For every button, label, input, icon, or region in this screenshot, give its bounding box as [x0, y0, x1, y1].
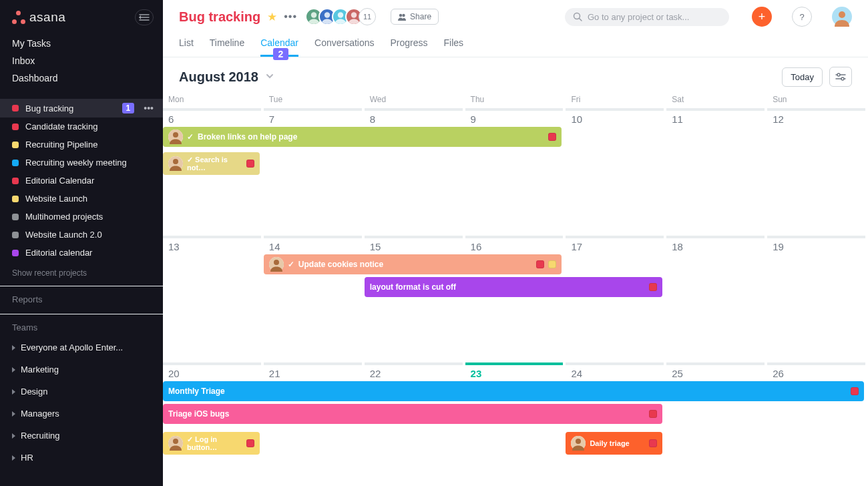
project-color-icon: [12, 250, 19, 256]
project-badge: 1: [122, 103, 135, 113]
today-button[interactable]: Today: [782, 67, 823, 87]
tab-timeline[interactable]: Timeline: [210, 35, 244, 57]
calendar: MonTueWedThuFriSatSun 6789101112✓Broken …: [163, 92, 868, 486]
day-number[interactable]: 9: [465, 111, 566, 127]
week-events: ✓Update cookies noticelayout format is c…: [163, 254, 868, 359]
calendar-event[interactable]: Triage iOS bugs: [163, 404, 662, 424]
day-number[interactable]: 23: [465, 365, 566, 381]
check-icon: ✓: [288, 260, 294, 269]
people-icon: [398, 13, 406, 21]
member-overflow-count[interactable]: 11: [359, 8, 376, 25]
day-number[interactable]: 14: [264, 238, 365, 254]
day-number[interactable]: 21: [264, 365, 365, 381]
day-number[interactable]: 8: [365, 111, 465, 127]
day-number[interactable]: 17: [566, 238, 666, 254]
team-label: Everyone at Apollo Enter...: [21, 342, 123, 352]
member-avatars[interactable]: 11: [309, 8, 376, 25]
calendar-event[interactable]: ✓ Search is not…: [163, 152, 260, 175]
day-number[interactable]: 22: [365, 365, 465, 381]
help-button[interactable]: ?: [792, 7, 812, 27]
day-number[interactable]: 13: [163, 238, 264, 254]
svg-point-14: [173, 132, 178, 138]
day-number[interactable]: 12: [767, 111, 868, 127]
event-label: ✓ Search is not…: [187, 156, 242, 172]
my-tasks-link[interactable]: My Tasks: [0, 35, 163, 52]
assignee-avatar: [168, 130, 183, 144]
day-number[interactable]: 15: [365, 238, 465, 254]
month-picker-button[interactable]: [265, 71, 274, 83]
sidebar-project-item[interactable]: Recruiting Pipeline: [0, 136, 163, 154]
day-number[interactable]: 24: [566, 365, 666, 381]
day-number[interactable]: 10: [566, 111, 666, 127]
day-number[interactable]: 16: [465, 238, 566, 254]
svg-point-3: [351, 12, 357, 17]
team-item[interactable]: Design: [0, 381, 163, 403]
day-number[interactable]: 25: [666, 365, 767, 381]
share-button[interactable]: Share: [391, 9, 439, 25]
inbox-link[interactable]: Inbox: [0, 52, 163, 69]
calendar-event[interactable]: ✓Update cookies notice: [264, 254, 562, 274]
reports-link[interactable]: Reports: [0, 286, 163, 308]
tab-progress[interactable]: Progress: [391, 35, 428, 57]
show-recent-projects[interactable]: Show recent projects: [0, 264, 163, 282]
sidebar: asana My Tasks Inbox Dashboard Bug track…: [0, 0, 163, 486]
day-number[interactable]: 19: [767, 238, 868, 254]
team-item[interactable]: HR: [0, 447, 163, 469]
tab-list[interactable]: List: [179, 35, 194, 57]
assignee-avatar: [168, 436, 183, 451]
calendar-week: 6789101112✓Broken links on help page✓ Se…: [163, 108, 868, 232]
calendar-event[interactable]: ✓Broken links on help page: [163, 127, 562, 147]
team-item[interactable]: Everyone at Apollo Enter...: [0, 336, 163, 358]
calendar-filter-button[interactable]: [829, 67, 852, 87]
star-icon[interactable]: ★: [267, 10, 277, 24]
sidebar-project-item[interactable]: Bug tracking1•••: [0, 99, 163, 117]
project-color-icon: [12, 124, 19, 130]
dashboard-link[interactable]: Dashboard: [0, 69, 163, 87]
dow-cell: Fri: [566, 92, 666, 108]
day-number[interactable]: 11: [666, 111, 767, 127]
caret-right-icon: [12, 411, 15, 417]
day-number[interactable]: 20: [163, 365, 264, 381]
more-actions-button[interactable]: •••: [284, 11, 297, 23]
brand[interactable]: asana: [12, 10, 65, 25]
day-number[interactable]: 6: [163, 111, 264, 127]
collapse-sidebar-button[interactable]: [135, 9, 154, 25]
svg-point-4: [399, 14, 402, 17]
calendar-subheader: August 2018 Today: [163, 57, 868, 92]
team-item[interactable]: Marketing: [0, 358, 163, 381]
svg-point-22: [576, 439, 581, 444]
svg-line-7: [580, 19, 582, 21]
sidebar-project-item[interactable]: Candidate tracking: [0, 117, 163, 136]
calendar-week: 13141516171819✓Update cookies noticelayo…: [163, 236, 868, 359]
calendar-event[interactable]: Monthly Triage: [163, 381, 864, 401]
tab-badge: 2: [273, 48, 289, 60]
project-title: Bug tracking: [179, 9, 260, 25]
global-add-button[interactable]: +: [752, 7, 772, 27]
sidebar-project-item[interactable]: Editorial calendar: [0, 244, 163, 262]
sidebar-project-item[interactable]: Editorial Calendar: [0, 172, 163, 190]
calendar-event[interactable]: layout format is cut off: [365, 277, 662, 297]
event-label: ✓ Log in button…: [187, 435, 242, 451]
event-tag: [851, 387, 859, 395]
calendar-event[interactable]: Daily triage: [566, 432, 662, 455]
sidebar-project-item[interactable]: Multihomed projects: [0, 208, 163, 226]
project-color-icon: [12, 178, 19, 184]
global-search[interactable]: Go to any project or task...: [565, 8, 729, 26]
current-user-avatar[interactable]: [832, 7, 852, 27]
sidebar-project-item[interactable]: Recruiting weekly meeting: [0, 154, 163, 172]
sidebar-project-item[interactable]: Website Launch: [0, 190, 163, 208]
team-item[interactable]: Managers: [0, 403, 163, 425]
sidebar-project-item[interactable]: Website Launch 2.0: [0, 226, 163, 244]
project-header: Bug tracking ★ ••• 11 Share Go to any pr…: [163, 0, 868, 57]
tab-files[interactable]: Files: [444, 35, 464, 57]
day-number[interactable]: 26: [767, 365, 868, 381]
asana-logo-icon: [12, 11, 25, 24]
day-number[interactable]: 7: [264, 111, 365, 127]
day-number[interactable]: 18: [666, 238, 767, 254]
project-more-icon[interactable]: •••: [141, 103, 156, 113]
team-label: Design: [21, 387, 47, 397]
calendar-event[interactable]: ✓ Log in button…: [163, 432, 260, 455]
tab-conversations[interactable]: Conversations: [314, 35, 375, 57]
team-item[interactable]: Recruiting: [0, 425, 163, 447]
svg-point-12: [841, 77, 844, 80]
